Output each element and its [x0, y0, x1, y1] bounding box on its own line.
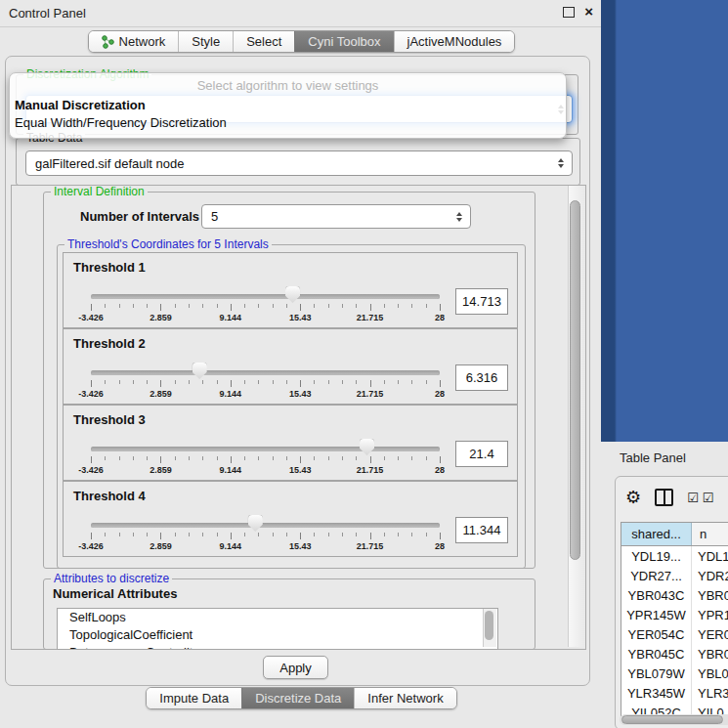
table-row[interactable]: YBR045CYBR0	[621, 644, 728, 664]
cell-shared-name[interactable]: YER054C	[621, 624, 692, 644]
app-root: Control Panel × NetworkStyleSelectCyni T…	[0, 0, 728, 728]
dropdown-item-manual-discretization[interactable]: Manual Discretization	[15, 97, 561, 113]
top-tab-strip: NetworkStyleSelectCyni ToolboxjActiveMNo…	[0, 28, 603, 55]
slider-track[interactable]	[91, 447, 440, 451]
threshold-2-value-field[interactable]: 6.316	[455, 364, 508, 391]
threshold-slider-2[interactable]: -3.4262.8599.14415.4321.71528	[91, 368, 440, 402]
threshold-label: Threshold 3	[73, 412, 146, 427]
window-buttons: ×	[563, 6, 593, 18]
tab-network[interactable]: Network	[89, 31, 179, 52]
table-panel-toolbar: ⚙ ☑ ☑	[625, 489, 713, 506]
table-row[interactable]: YDR27...YDR2	[621, 566, 728, 585]
threshold-label: Threshold 1	[73, 260, 146, 275]
slider-tick-labels: -3.4262.8599.14415.4321.71528	[91, 541, 440, 553]
threshold-panel-3: Threshold 3-3.4262.8599.14415.4321.71528…	[63, 405, 518, 481]
threshold-1-value-field[interactable]: 14.713	[455, 288, 508, 315]
tab-label: Network	[119, 34, 166, 49]
attribute-item-selfloops[interactable]: SelfLoops	[58, 609, 497, 626]
cell-name[interactable]: YDR2	[692, 566, 728, 585]
bottom-tab-strip: Impute DataDiscretize DataInfer Network	[0, 685, 603, 710]
cell-shared-name[interactable]: YBL079W	[621, 664, 692, 683]
slider-track[interactable]	[91, 523, 440, 528]
table-data-combobox[interactable]: galFiltered.sif default node	[25, 150, 573, 176]
slider-thumb[interactable]	[285, 286, 300, 303]
cell-name[interactable]: YER0	[692, 624, 728, 644]
apply-button[interactable]: Apply	[263, 656, 328, 679]
tab-select[interactable]: Select	[233, 31, 294, 52]
tab-jactivemnodules[interactable]: jActiveMNodules	[394, 31, 515, 52]
attribute-item-betweennesscentrality[interactable]: BetweennessCentrality	[58, 644, 497, 650]
cell-shared-name[interactable]: YPR145W	[621, 605, 692, 624]
thresholds-group-title: Threshold's Coordinates for 5 Intervals	[64, 238, 272, 251]
gear-icon[interactable]: ⚙	[625, 489, 641, 506]
table-panel-container: ⚙ ☑ ☑ shared... n YDL19...YDL1YDR27...YD…	[615, 476, 728, 728]
table-row[interactable]: YDL19...YDL1	[621, 546, 728, 566]
float-window-icon[interactable]	[563, 7, 575, 18]
combo-stepper-icon	[558, 158, 564, 168]
bottom-tabs: Impute DataDiscretize DataInfer Network	[146, 687, 456, 709]
dropdown-item-equal-width-frequency[interactable]: Equal Width/Frequency Discretization	[15, 114, 561, 131]
threshold-panel-1: Threshold 1-3.4262.8599.14415.4321.71528…	[63, 252, 518, 328]
cell-shared-name[interactable]: YLR345W	[621, 683, 692, 703]
attributes-scrollbar-thumb[interactable]	[485, 611, 493, 640]
cell-name[interactable]: YLR3	[692, 683, 728, 703]
cell-name[interactable]: YBR0	[692, 585, 728, 605]
number-of-intervals-label: Number of Intervals	[80, 209, 199, 224]
close-icon[interactable]: ×	[584, 6, 593, 18]
checkbox-icon[interactable]: ☑	[687, 491, 699, 505]
cell-shared-name[interactable]: YDL19...	[621, 546, 692, 566]
checkbox-icon[interactable]: ☑	[703, 491, 714, 505]
horizontal-scrollbar-thumb[interactable]	[621, 715, 723, 724]
slider-tick-labels: -3.4262.8599.14415.4321.71528	[91, 389, 440, 401]
slider-thumb[interactable]	[360, 439, 374, 455]
tab-impute-data[interactable]: Impute Data	[147, 688, 241, 708]
slider-track[interactable]	[91, 294, 440, 299]
slider-thumb[interactable]	[248, 515, 263, 532]
tab-infer-network[interactable]: Infer Network	[354, 688, 455, 708]
threshold-panel-2: Threshold 2-3.4262.8599.14415.4321.71528…	[63, 328, 518, 405]
cell-name[interactable]: YPR1	[692, 605, 728, 624]
table-row[interactable]: YLR345WYLR3	[621, 683, 728, 703]
table-row[interactable]: YBL079WYBL0	[621, 664, 728, 683]
threshold-slider-3[interactable]: -3.4262.8599.14415.4321.71528	[91, 445, 440, 478]
attribute-item-topologicalcoefficient[interactable]: TopologicalCoefficient	[58, 626, 497, 644]
column-header-name[interactable]: n	[692, 523, 728, 545]
threshold-label: Threshold 2	[73, 336, 146, 351]
slider-track[interactable]	[91, 370, 440, 375]
numerical-attributes-list[interactable]: SelfLoopsTopologicalCoefficientBetweenne…	[57, 608, 498, 650]
table-row[interactable]: YPR145WYPR1	[621, 605, 728, 624]
table-data-value: galFiltered.sif default node	[35, 156, 184, 171]
cell-shared-name[interactable]: YBR043C	[621, 585, 692, 605]
table-rows: YDL19...YDL1YDR27...YDR2YBR043CYBR0YPR14…	[621, 546, 728, 717]
vertical-scrollbar-thumb[interactable]	[570, 200, 580, 560]
tab-cyni-toolbox[interactable]: Cyni Toolbox	[294, 31, 393, 52]
column-header-shared-name[interactable]: shared...	[621, 523, 692, 545]
tab-label: jActiveMNodules	[407, 34, 502, 49]
threshold-3-value-field[interactable]: 21.4	[455, 441, 508, 467]
slider-ticks	[91, 380, 440, 388]
table-row[interactable]: YBR043CYBR0	[621, 585, 728, 605]
slider-ticks	[91, 456, 440, 464]
tab-style[interactable]: Style	[178, 31, 233, 52]
tab-discretize-data[interactable]: Discretize Data	[241, 688, 354, 708]
cell-shared-name[interactable]: YDR27...	[621, 566, 692, 585]
cell-name[interactable]: YBR0	[692, 644, 728, 664]
tab-label: Impute Data	[159, 691, 229, 706]
slider-tick-labels: -3.4262.8599.14415.4321.71528	[91, 465, 440, 477]
slider-thumb[interactable]	[193, 363, 207, 379]
tab-label: Select	[246, 34, 281, 49]
threshold-slider-4[interactable]: -3.4262.8599.14415.4321.71528	[91, 521, 440, 554]
tab-label: Style	[192, 34, 220, 49]
tab-label: Discretize Data	[255, 691, 341, 706]
number-of-intervals-combobox[interactable]: 5	[201, 204, 471, 229]
threshold-label: Threshold 4	[73, 489, 146, 503]
threshold-slider-1[interactable]: -3.4262.8599.14415.4321.71528	[91, 292, 440, 325]
split-columns-icon[interactable]	[655, 489, 673, 506]
table-row[interactable]: YER054CYER0	[621, 624, 728, 644]
dropdown-prompt: Select algorithm to view settings	[10, 78, 566, 93]
cell-name[interactable]: YBL0	[692, 664, 728, 683]
cell-name[interactable]: YDL1	[692, 546, 728, 566]
threshold-4-value-field[interactable]: 11.344	[455, 517, 508, 543]
tab-label: Infer Network	[367, 691, 443, 706]
cell-shared-name[interactable]: YBR045C	[621, 644, 692, 664]
